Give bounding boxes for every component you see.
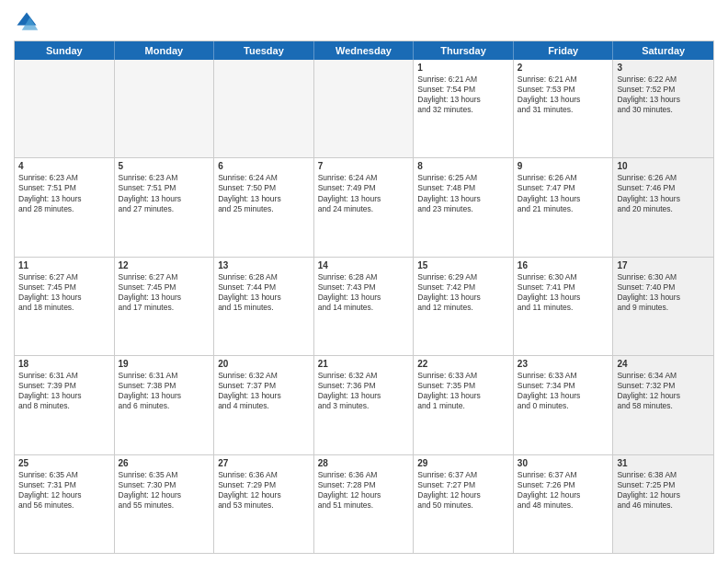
- day-number: 9: [518, 161, 609, 171]
- day-details: Sunrise: 6:23 AM Sunset: 7:51 PM Dayligh…: [18, 173, 110, 213]
- day-number: 27: [218, 458, 310, 468]
- day-number: 15: [417, 260, 509, 270]
- day-number: 5: [119, 161, 210, 171]
- day-number: 2: [518, 63, 609, 73]
- day-cell-5: 5Sunrise: 6:23 AM Sunset: 7:51 PM Daylig…: [115, 158, 215, 256]
- day-details: Sunrise: 6:29 AM Sunset: 7:42 PM Dayligh…: [417, 272, 509, 313]
- day-cell-13: 13Sunrise: 6:28 AM Sunset: 7:44 PM Dayli…: [214, 258, 314, 355]
- day-details: Sunrise: 6:35 AM Sunset: 7:31 PM Dayligh…: [18, 470, 110, 511]
- day-cell-3: 3Sunrise: 6:22 AM Sunset: 7:52 PM Daylig…: [613, 60, 713, 157]
- day-details: Sunrise: 6:26 AM Sunset: 7:47 PM Dayligh…: [518, 173, 609, 213]
- day-number: 10: [617, 161, 710, 171]
- header-day-wednesday: Wednesday: [314, 41, 415, 60]
- calendar-row-3: 18Sunrise: 6:31 AM Sunset: 7:39 PM Dayli…: [15, 356, 713, 454]
- day-number: 18: [18, 359, 110, 369]
- calendar: SundayMondayTuesdayWednesdayThursdayFrid…: [14, 40, 714, 554]
- day-cell-4: 4Sunrise: 6:23 AM Sunset: 7:51 PM Daylig…: [15, 158, 115, 256]
- day-number: 24: [617, 359, 710, 369]
- day-details: Sunrise: 6:24 AM Sunset: 7:50 PM Dayligh…: [218, 173, 310, 213]
- day-details: Sunrise: 6:30 AM Sunset: 7:41 PM Dayligh…: [518, 272, 609, 313]
- day-details: Sunrise: 6:37 AM Sunset: 7:26 PM Dayligh…: [518, 470, 609, 511]
- day-details: Sunrise: 6:33 AM Sunset: 7:34 PM Dayligh…: [518, 371, 609, 411]
- day-details: Sunrise: 6:37 AM Sunset: 7:27 PM Dayligh…: [417, 470, 509, 511]
- calendar-row-0: 1Sunrise: 6:21 AM Sunset: 7:54 PM Daylig…: [15, 60, 713, 158]
- day-details: Sunrise: 6:36 AM Sunset: 7:29 PM Dayligh…: [218, 470, 310, 511]
- day-number: 20: [218, 359, 310, 369]
- day-cell-24: 24Sunrise: 6:34 AM Sunset: 7:32 PM Dayli…: [613, 356, 713, 454]
- calendar-row-4: 25Sunrise: 6:35 AM Sunset: 7:31 PM Dayli…: [15, 455, 713, 553]
- empty-cell: [314, 60, 415, 157]
- day-number: 29: [417, 458, 509, 468]
- day-cell-18: 18Sunrise: 6:31 AM Sunset: 7:39 PM Dayli…: [15, 356, 115, 454]
- day-number: 4: [18, 161, 110, 171]
- day-cell-15: 15Sunrise: 6:29 AM Sunset: 7:42 PM Dayli…: [414, 258, 514, 355]
- day-number: 14: [318, 260, 410, 270]
- day-number: 7: [318, 161, 410, 171]
- day-number: 16: [518, 260, 609, 270]
- day-number: 31: [617, 458, 710, 468]
- day-details: Sunrise: 6:27 AM Sunset: 7:45 PM Dayligh…: [119, 272, 210, 313]
- day-details: Sunrise: 6:24 AM Sunset: 7:49 PM Dayligh…: [318, 173, 410, 213]
- day-number: 23: [518, 359, 609, 369]
- day-details: Sunrise: 6:21 AM Sunset: 7:53 PM Dayligh…: [518, 75, 609, 115]
- day-cell-16: 16Sunrise: 6:30 AM Sunset: 7:41 PM Dayli…: [514, 258, 614, 355]
- day-number: 30: [518, 458, 609, 468]
- day-details: Sunrise: 6:32 AM Sunset: 7:37 PM Dayligh…: [218, 371, 310, 411]
- day-number: 26: [119, 458, 210, 468]
- logo-icon: [14, 9, 40, 35]
- day-cell-11: 11Sunrise: 6:27 AM Sunset: 7:45 PM Dayli…: [15, 258, 115, 355]
- day-details: Sunrise: 6:32 AM Sunset: 7:36 PM Dayligh…: [318, 371, 410, 411]
- day-number: 1: [417, 63, 509, 73]
- header: [14, 9, 714, 35]
- day-cell-20: 20Sunrise: 6:32 AM Sunset: 7:37 PM Dayli…: [214, 356, 314, 454]
- day-number: 22: [417, 359, 509, 369]
- calendar-row-2: 11Sunrise: 6:27 AM Sunset: 7:45 PM Dayli…: [15, 258, 713, 356]
- header-day-tuesday: Tuesday: [214, 41, 314, 60]
- day-details: Sunrise: 6:25 AM Sunset: 7:48 PM Dayligh…: [417, 173, 509, 213]
- day-details: Sunrise: 6:28 AM Sunset: 7:43 PM Dayligh…: [318, 272, 410, 313]
- day-number: 19: [119, 359, 210, 369]
- day-number: 17: [617, 260, 710, 270]
- day-details: Sunrise: 6:21 AM Sunset: 7:54 PM Dayligh…: [417, 75, 509, 115]
- day-cell-12: 12Sunrise: 6:27 AM Sunset: 7:45 PM Dayli…: [115, 258, 215, 355]
- empty-cell: [115, 60, 215, 157]
- day-details: Sunrise: 6:34 AM Sunset: 7:32 PM Dayligh…: [617, 371, 710, 411]
- day-number: 11: [18, 260, 110, 270]
- day-cell-31: 31Sunrise: 6:38 AM Sunset: 7:25 PM Dayli…: [613, 455, 713, 553]
- day-cell-2: 2Sunrise: 6:21 AM Sunset: 7:53 PM Daylig…: [514, 60, 614, 157]
- day-cell-1: 1Sunrise: 6:21 AM Sunset: 7:54 PM Daylig…: [414, 60, 514, 157]
- day-details: Sunrise: 6:36 AM Sunset: 7:28 PM Dayligh…: [318, 470, 410, 511]
- page: SundayMondayTuesdayWednesdayThursdayFrid…: [0, 0, 728, 563]
- day-cell-26: 26Sunrise: 6:35 AM Sunset: 7:30 PM Dayli…: [115, 455, 215, 553]
- header-day-saturday: Saturday: [613, 41, 713, 60]
- header-day-monday: Monday: [115, 41, 215, 60]
- day-cell-17: 17Sunrise: 6:30 AM Sunset: 7:40 PM Dayli…: [613, 258, 713, 355]
- day-details: Sunrise: 6:38 AM Sunset: 7:25 PM Dayligh…: [617, 470, 710, 511]
- day-cell-8: 8Sunrise: 6:25 AM Sunset: 7:48 PM Daylig…: [414, 158, 514, 256]
- day-number: 25: [18, 458, 110, 468]
- day-cell-30: 30Sunrise: 6:37 AM Sunset: 7:26 PM Dayli…: [514, 455, 614, 553]
- header-day-thursday: Thursday: [414, 41, 514, 60]
- day-number: 12: [119, 260, 210, 270]
- day-details: Sunrise: 6:33 AM Sunset: 7:35 PM Dayligh…: [417, 371, 509, 411]
- day-cell-29: 29Sunrise: 6:37 AM Sunset: 7:27 PM Dayli…: [414, 455, 514, 553]
- calendar-row-1: 4Sunrise: 6:23 AM Sunset: 7:51 PM Daylig…: [15, 158, 713, 257]
- day-details: Sunrise: 6:31 AM Sunset: 7:38 PM Dayligh…: [119, 371, 210, 411]
- day-number: 8: [417, 161, 509, 171]
- header-day-friday: Friday: [514, 41, 614, 60]
- empty-cell: [15, 60, 115, 157]
- day-cell-19: 19Sunrise: 6:31 AM Sunset: 7:38 PM Dayli…: [115, 356, 215, 454]
- day-cell-28: 28Sunrise: 6:36 AM Sunset: 7:28 PM Dayli…: [314, 455, 415, 553]
- day-number: 3: [617, 63, 710, 73]
- logo: [14, 9, 43, 35]
- day-cell-9: 9Sunrise: 6:26 AM Sunset: 7:47 PM Daylig…: [514, 158, 614, 256]
- calendar-header: SundayMondayTuesdayWednesdayThursdayFrid…: [15, 41, 713, 60]
- day-number: 21: [318, 359, 410, 369]
- day-details: Sunrise: 6:23 AM Sunset: 7:51 PM Dayligh…: [119, 173, 210, 213]
- day-cell-23: 23Sunrise: 6:33 AM Sunset: 7:34 PM Dayli…: [514, 356, 614, 454]
- day-cell-6: 6Sunrise: 6:24 AM Sunset: 7:50 PM Daylig…: [214, 158, 314, 256]
- day-details: Sunrise: 6:31 AM Sunset: 7:39 PM Dayligh…: [18, 371, 110, 411]
- calendar-body: 1Sunrise: 6:21 AM Sunset: 7:54 PM Daylig…: [15, 60, 713, 553]
- day-cell-21: 21Sunrise: 6:32 AM Sunset: 7:36 PM Dayli…: [314, 356, 415, 454]
- day-details: Sunrise: 6:35 AM Sunset: 7:30 PM Dayligh…: [119, 470, 210, 511]
